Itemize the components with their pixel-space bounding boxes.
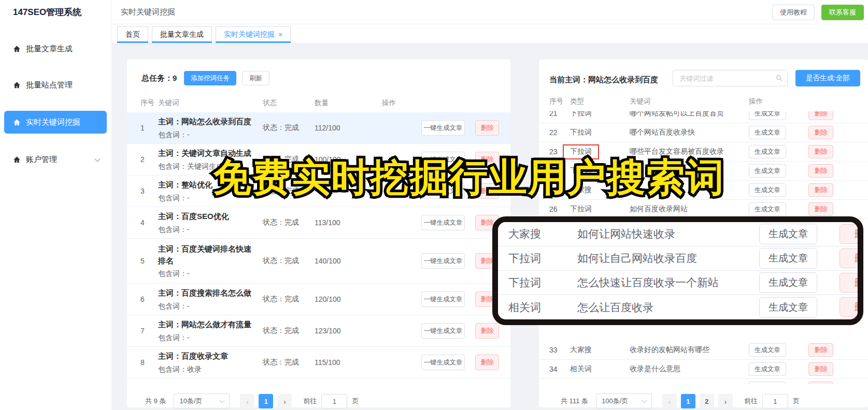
generate-article-button[interactable]: 生成文章 [749,343,786,357]
table-row[interactable]: 1 主词：网站怎么收录到百度包含词：- 状态：完成 112/100 一键生成文章… [127,112,510,144]
row-index: 6 [140,295,158,303]
table-header: 序号 类型 关键词 操作 [539,97,868,106]
table-row[interactable]: 6 主词：百度搜索排名怎么做包含词：- 状态：完成 120/100 一键生成文章… [127,284,510,315]
table-row[interactable]: 24 下拉词 生成文章 删除 [539,162,868,181]
page-unit-label: 页 [793,397,800,406]
generate-article-button[interactable]: 一键生成文章 [421,215,465,230]
generate-filter-button[interactable]: 是否生成:全部 [795,70,860,86]
delete-button[interactable]: 删除 [475,120,499,136]
contact-support-button[interactable]: 联系客服 [821,5,864,20]
delete-button[interactable]: 删除 [808,202,833,216]
delete-button[interactable]: 删除 [808,164,833,178]
table-row[interactable]: 23 下拉词 哪些平台发文容易被百度收录 生成文章 删除 [539,142,868,162]
generate-article-button[interactable]: 一键生成文章 [421,323,465,339]
delete-button[interactable]: 删除 [808,362,833,376]
generate-article-button[interactable]: 一键生成文章 [421,253,465,269]
next-page-button[interactable]: › [277,394,292,408]
page-number-button[interactable]: 2 [700,394,714,408]
generate-article-button[interactable]: 生成文章 [749,202,786,216]
generate-article-button[interactable]: 生成文章 [749,111,786,120]
table-row[interactable]: 25 大家搜 生成文章 删除 [539,181,868,200]
sidebar-item-label: 实时关键词挖掘 [26,118,80,127]
table-row[interactable]: 33 大家搜 收录好的发帖网站有哪些 生成文章 删除 [539,341,868,360]
refresh-button[interactable]: 刷新 [242,71,269,85]
add-task-button[interactable]: 添加挖词任务 [184,71,236,85]
generate-article-button[interactable]: 生成文章 [749,382,786,384]
prev-page-button[interactable]: ‹ [662,394,677,408]
generate-article-button[interactable]: 生成文章 [749,183,786,197]
generate-article-button[interactable]: 一键生成文章 [421,183,465,199]
row-keyword: 主词：关键词文章自动生成 [158,148,259,159]
table-row[interactable]: 4 主词：百度SEO优化包含词：- 状态：完成 113/100 一键生成文章 删… [127,207,510,239]
generate-article-button[interactable]: 生成文章 [759,272,817,293]
delete-button[interactable]: 删除 [808,145,833,158]
row-count: 113/100 [315,218,373,227]
row-count: 115/100 [315,358,373,367]
row-keyword: 收录是什么意思 [630,364,749,374]
row-index: 8 [140,358,158,367]
generate-article-button[interactable]: 生成文章 [749,362,786,376]
row-type: 下拉词 [570,384,630,384]
delete-button[interactable]: 删除 [839,273,863,292]
delete-button[interactable]: 删除 [808,343,833,357]
sidebar-item-article-generation[interactable]: 批量文章生成 [4,37,107,60]
page-size-select[interactable]: 100条/页 [596,393,652,409]
table-row[interactable]: 8 主词：百度收录文章包含词：收录 状态：完成 115/100 一键生成文章 删… [127,347,510,378]
delete-button[interactable]: 删除 [475,183,499,199]
table-row[interactable]: 7 主词：网站怎么做才有流量包含词：- 状态：完成 123/100 一键生成文章… [127,315,510,347]
keyword-filter-input[interactable] [673,70,788,86]
row-keyword: 主词：网站怎么收录到百度 [158,116,259,128]
goto-page-input[interactable] [321,394,347,408]
tab-bar: 首页 批量文章生成 实时关键词挖掘 × [112,24,868,44]
column-header: 关键词 [158,98,263,108]
home-icon [13,81,21,89]
table-row[interactable]: 35 下拉词 新站百度秒收录 生成文章 删除 [539,379,868,384]
goto-page-input[interactable] [762,394,788,408]
page-size-select[interactable]: 10条/页 [174,393,230,409]
generate-article-button[interactable]: 生成文章 [749,164,786,178]
delete-button[interactable]: 删除 [808,126,833,139]
column-header: 状态 [263,98,315,108]
page-number-button[interactable]: 1 [259,394,273,408]
generate-article-button[interactable]: 一键生成文章 [421,120,465,136]
generate-article-button[interactable]: 生成文章 [759,248,817,269]
generate-article-button[interactable]: 生成文章 [759,224,817,244]
breadcrumb: 实时关键词挖掘 [121,7,175,17]
current-keyword-label: 当前主词：网站怎么收录到百度 [549,75,658,85]
delete-button[interactable]: 删除 [839,248,863,268]
delete-button[interactable]: 删除 [839,297,863,317]
row-keyword: 哪个网站百度收录快 [630,128,749,137]
table-row[interactable]: 34 相关词 收录是什么意思 生成文章 删除 [539,360,868,379]
tab-keyword-mining[interactable]: 实时关键词挖掘 × [216,26,291,42]
sidebar-item-site-management[interactable]: 批量站点管理 [4,74,107,96]
generate-article-button[interactable]: 一键生成文章 [421,291,465,307]
delete-button[interactable]: 删除 [808,382,833,384]
generate-article-button[interactable]: 一键生成文章 [421,152,465,167]
delete-button[interactable]: 删除 [808,111,833,120]
row-status: 状态：完成 [263,295,315,304]
table-row[interactable]: 22 下拉词 哪个网站百度收录快 生成文章 删除 [539,123,868,142]
table-row[interactable]: 2 主词：关键词文章自动生成包含词：关键词生成 状态：完成 100/100 一键… [127,144,510,175]
delete-button[interactable]: 删除 [475,355,499,370]
tab-article-generation[interactable]: 批量文章生成 [152,26,212,42]
generate-article-button[interactable]: 生成文章 [749,145,786,158]
page-number-button[interactable]: 1 [681,394,695,408]
delete-button[interactable]: 删除 [475,323,499,339]
table-row[interactable]: 3 主词：整站优化包含词：- 状态：完成 一键生成文章 删除 [127,175,510,207]
sidebar-item-account[interactable]: 账户管理 [4,148,107,171]
table-row[interactable]: 5 主词：百度关键词排名快速排名包含词：- 状态：完成 140/100 一键生成… [127,239,510,284]
generate-article-button[interactable]: 一键生成文章 [421,355,465,370]
next-page-button[interactable]: › [718,394,733,408]
sidebar-item-keyword-mining[interactable]: 实时关键词挖掘 [4,111,107,134]
delete-button[interactable]: 删除 [475,152,499,167]
table-row[interactable]: 21 下拉词 哪个网站发帖可以上百度首页 生成文章 删除 [539,111,868,123]
tab-home[interactable]: 首页 [117,26,148,42]
generate-article-button[interactable]: 生成文章 [759,297,817,318]
help-button[interactable]: 使用教程 [772,5,815,20]
delete-button[interactable]: 删除 [808,183,833,197]
row-index: 22 [549,128,570,137]
generate-article-button[interactable]: 生成文章 [749,126,786,139]
delete-button[interactable]: 删除 [839,224,863,244]
close-icon[interactable]: × [278,31,282,38]
prev-page-button[interactable]: ‹ [240,394,254,408]
